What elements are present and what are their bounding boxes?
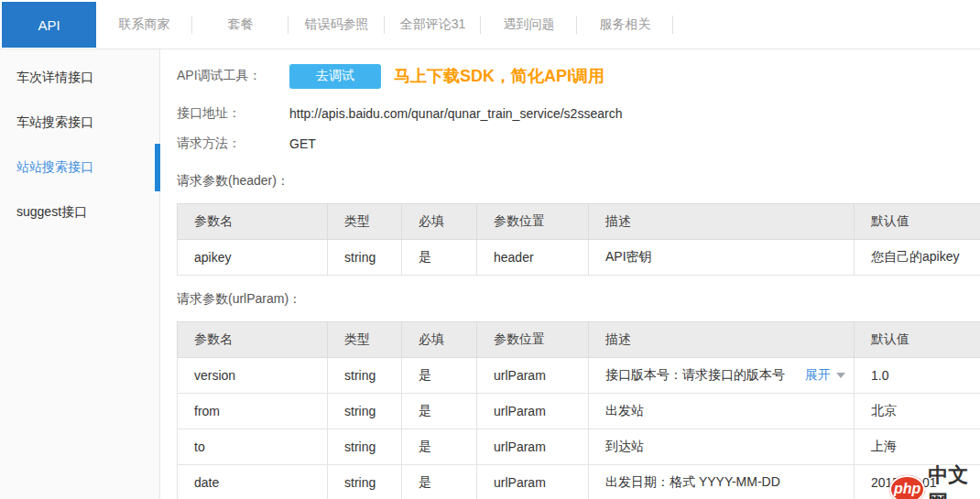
col-type: 类型 <box>328 322 402 358</box>
tab-issues[interactable]: 遇到问题 <box>481 0 577 49</box>
table-cell: 是 <box>402 358 477 394</box>
table-header-row: 参数名 类型 必填 参数位置 描述 默认值 <box>178 204 980 240</box>
table-cell: apikey <box>178 240 328 276</box>
chevron-down-icon[interactable] <box>836 373 845 378</box>
sidebar-item-label: 车次详情接口 <box>16 70 93 84</box>
debug-tool-label: API调试工具： <box>177 68 289 84</box>
urlparam-table: 参数名 类型 必填 参数位置 描述 默认值 version string 是 u… <box>177 321 980 499</box>
col-param-location: 参数位置 <box>477 322 589 358</box>
tab-api[interactable]: API <box>2 2 96 48</box>
table-cell: 接口版本号：请求接口的版本号 展开 <box>589 358 855 394</box>
sidebar-item-label: 车站搜索接口 <box>16 114 93 129</box>
col-param-name: 参数名 <box>178 322 328 358</box>
request-method-label: 请求方法： <box>177 136 289 152</box>
tab-all-comments[interactable]: 全部评论31 <box>385 0 481 49</box>
sidebar-item-station-to-station[interactable]: 站站搜索接口 <box>0 145 159 190</box>
table-cell: string <box>328 429 402 465</box>
table-cell: 上海 <box>855 429 980 465</box>
table-cell: 到达站 <box>589 429 855 465</box>
table-cell: 1.0 <box>855 358 980 394</box>
table-cell: date <box>178 465 328 499</box>
table-cell: string <box>328 394 402 429</box>
sidebar-item-station-search[interactable]: 车站搜索接口 <box>0 100 159 145</box>
top-nav: API 联系商家 套餐 错误码参照 全部评论31 遇到问题 服务相关 <box>0 0 980 49</box>
api-address-label: 接口地址： <box>177 105 289 122</box>
table-cell: 是 <box>402 394 477 429</box>
api-address-row: 接口地址： http://apis.baidu.com/qunar/qunar_… <box>177 100 980 127</box>
table-row: from string 是 urlParam 出发站 北京 <box>178 394 980 429</box>
table-cell: API密钥 <box>589 240 855 276</box>
table-cell: string <box>328 240 402 276</box>
sidebar-item-label: suggest接口 <box>16 204 87 219</box>
sidebar: 车次详情接口 车站搜索接口 站站搜索接口 suggest接口 <box>0 49 160 499</box>
table-cell: string <box>328 358 402 394</box>
table-cell: urlParam <box>477 394 589 429</box>
table-cell: header <box>477 240 589 276</box>
table-row: version string 是 urlParam 接口版本号：请求接口的版本号… <box>178 358 980 394</box>
request-method-value: GET <box>289 136 316 151</box>
debug-tool-row: API调试工具： 去调试 马上下载SDK，简化API调用 <box>177 60 980 92</box>
table-row: to string 是 urlParam 到达站 上海 <box>178 429 980 465</box>
table-cell: string <box>328 465 402 499</box>
col-required: 必填 <box>402 204 477 240</box>
table-cell: to <box>178 429 328 465</box>
table-row: date string 是 urlParam 出发日期：格式 YYYY-MM-D… <box>178 465 980 499</box>
request-method-row: 请求方法： GET <box>177 130 980 157</box>
tab-error-codes[interactable]: 错误码参照 <box>289 0 385 49</box>
table-cell: 北京 <box>855 394 980 429</box>
go-debug-button[interactable]: 去调试 <box>289 64 381 89</box>
table-cell: urlParam <box>477 358 589 394</box>
header-params-table: 参数名 类型 必填 参数位置 描述 默认值 apikey string 是 he… <box>177 203 980 276</box>
table-cell: urlParam <box>477 429 589 465</box>
urlparam-section-label: 请求参数(urlParam)： <box>177 291 980 309</box>
table-row: apikey string 是 header API密钥 您自己的apikey <box>178 240 980 276</box>
header-params-section-label: 请求参数(header)： <box>177 173 980 191</box>
col-type: 类型 <box>328 204 402 240</box>
php-cn-watermark: php 中文网 <box>889 461 980 499</box>
table-cell: 是 <box>402 429 477 465</box>
api-address-value: http://apis.baidu.com/qunar/qunar_train_… <box>289 106 622 121</box>
tab-package[interactable]: 套餐 <box>192 0 289 49</box>
col-default: 默认值 <box>855 322 980 358</box>
sidebar-item-label: 站站搜索接口 <box>16 159 93 174</box>
expand-link[interactable]: 展开 <box>805 367 831 384</box>
col-description: 描述 <box>589 204 855 240</box>
sidebar-item-train-detail[interactable]: 车次详情接口 <box>0 55 159 100</box>
table-cell: version <box>178 358 328 394</box>
main-content: API调试工具： 去调试 马上下载SDK，简化API调用 接口地址： http:… <box>160 49 980 499</box>
tab-row: 联系商家 套餐 错误码参照 全部评论31 遇到问题 服务相关 <box>96 0 673 49</box>
table-header-row: 参数名 类型 必填 参数位置 描述 默认值 <box>178 322 980 358</box>
col-description: 描述 <box>589 322 855 358</box>
tab-service-related[interactable]: 服务相关 <box>577 0 673 49</box>
watermark-text: 中文网 <box>928 461 980 499</box>
sidebar-item-suggest[interactable]: suggest接口 <box>0 190 159 234</box>
table-cell: 是 <box>402 240 477 276</box>
table-cell: 是 <box>402 465 477 499</box>
tab-contact-merchant[interactable]: 联系商家 <box>96 0 192 49</box>
table-cell: 出发站 <box>589 394 855 429</box>
col-param-location: 参数位置 <box>477 204 589 240</box>
table-cell: from <box>178 394 328 429</box>
col-default: 默认值 <box>855 204 980 240</box>
table-cell: 出发日期：格式 YYYY-MM-DD <box>589 465 855 499</box>
col-required: 必填 <box>402 322 477 358</box>
version-description: 接口版本号：请求接口的版本号 <box>605 367 785 384</box>
table-cell: urlParam <box>477 465 589 499</box>
sdk-promo-text[interactable]: 马上下载SDK，简化API调用 <box>394 65 604 87</box>
table-cell: 您自己的apikey <box>855 240 980 276</box>
php-logo-icon: php <box>889 475 925 499</box>
col-param-name: 参数名 <box>178 204 328 240</box>
